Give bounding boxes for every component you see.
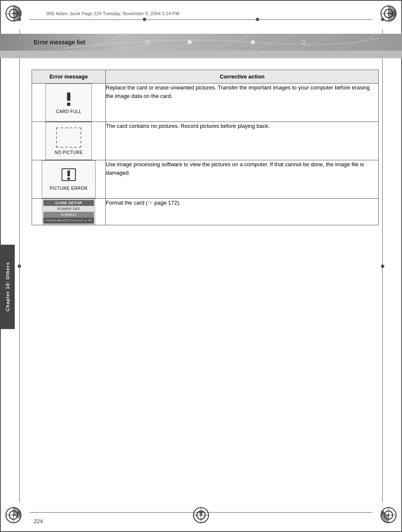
top-crosshair-mark-left	[18, 18, 21, 21]
no-picture-box	[56, 127, 81, 148]
td-text-format: Format the card (☞ page 172).	[106, 199, 379, 225]
card-setup-title: CARD SETUP	[43, 200, 94, 206]
top-crosshair-mark-mid1	[143, 18, 146, 21]
svg-rect-37	[67, 92, 70, 101]
left-crosshair-mark-mid	[18, 265, 21, 268]
card-full-label: CARD FULL	[56, 109, 81, 114]
card-setup-item-poweroff: POWER OFF	[43, 206, 94, 212]
reg-mark-bc	[192, 506, 210, 524]
error-display-card-full: CARD FULL	[46, 84, 92, 122]
td-image-card-full: CARD FULL	[32, 84, 106, 122]
table-row: NO PICTURE The card contains no pictures…	[32, 122, 379, 160]
card-setup-footer: CANCEL●■ SELECT●뮤 GO ▲ OK	[43, 218, 94, 224]
exclamation-icon	[63, 92, 75, 107]
book-info-text: 00E Adam .book Page 224 Tuesday, Novembe…	[46, 11, 179, 16]
td-image-format: CARD SETUP POWER OFF FORMAT CANCEL●■ SEL…	[32, 199, 106, 225]
error-display-no-picture: NO PICTURE	[46, 122, 92, 160]
picture-error-label: PICTURE ERROR	[50, 186, 87, 191]
table-row: PICTURE ERROR Use image processing softw…	[32, 160, 379, 199]
bot-crosshair-mark-right	[381, 511, 384, 514]
td-text-card-full: Replace the card or erase unwanted pictu…	[106, 84, 379, 122]
gray-strip	[0, 51, 402, 58]
right-crosshair-mark-mid	[381, 265, 384, 268]
top-crosshair-mark-right	[381, 18, 384, 21]
top-crosshair-line	[29, 19, 373, 20]
svg-point-33	[188, 40, 192, 44]
td-image-picture-error: PICTURE ERROR	[32, 160, 106, 199]
picture-error-icon	[62, 168, 76, 184]
top-crosshair-mark-mid2	[256, 18, 259, 21]
error-table: Error message Corrective action CARD FUL…	[32, 70, 379, 225]
td-image-no-picture: NO PICTURE	[32, 122, 106, 160]
reg-mark-bl	[4, 506, 23, 524]
svg-rect-38	[67, 103, 70, 106]
bot-crosshair-mark-left	[18, 511, 21, 514]
no-picture-label: NO PICTURE	[55, 150, 83, 155]
header-title: Error message list	[34, 34, 85, 51]
card-setup-item-format: FORMAT	[43, 212, 94, 218]
table-row: CARD SETUP POWER OFF FORMAT CANCEL●■ SEL…	[32, 199, 379, 225]
td-text-picture-error: Use image processing software to view th…	[106, 160, 379, 199]
col1-header: Error message	[32, 70, 106, 84]
reg-mark-br	[379, 506, 398, 524]
col2-header: Corrective action	[106, 70, 379, 84]
td-text-no-picture: The card contains no pictures. Record pi…	[106, 122, 379, 160]
page-number: 224	[34, 518, 43, 524]
bot-crosshair-mark-mid	[199, 511, 203, 514]
chapter-tab: Chapter 10: Others	[0, 245, 15, 329]
error-display-picture-error: PICTURE ERROR	[42, 160, 95, 198]
svg-rect-41	[67, 178, 70, 180]
card-setup-display: CARD SETUP POWER OFF FORMAT CANCEL●■ SEL…	[42, 199, 95, 225]
table-row: CARD FULL Replace the card or erase unwa…	[32, 84, 379, 122]
main-content: Error message Corrective action CARD FUL…	[32, 65, 379, 507]
svg-rect-40	[67, 170, 70, 176]
